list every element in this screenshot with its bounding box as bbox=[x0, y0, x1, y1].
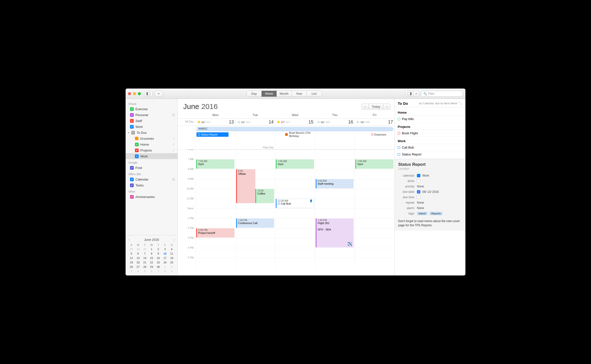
mini-day[interactable]: 9 bbox=[168, 269, 175, 273]
mini-day[interactable]: 7 bbox=[155, 269, 162, 273]
view-year[interactable]: Year bbox=[292, 91, 307, 97]
detail-due-date[interactable]: 06/ 13/ 2016 bbox=[422, 190, 439, 194]
event-expenses[interactable]: Expenses bbox=[370, 132, 394, 137]
minimize-icon[interactable] bbox=[133, 92, 136, 95]
event-status-report[interactable]: Status Report bbox=[197, 132, 229, 137]
due-time-checkbox[interactable] bbox=[417, 196, 420, 199]
hour-grid[interactable]: 6 AM7 AM8 AM9 AM10 AM11 AMNoon1 PM2 PM3 … bbox=[178, 150, 394, 275]
event-callbob[interactable]: 11:00 AM👤Call Bob bbox=[276, 199, 314, 208]
mini-day[interactable]: 14 bbox=[142, 256, 148, 260]
todo-list-home[interactable]: Home✓ bbox=[126, 141, 178, 147]
day-number[interactable]: 15 bbox=[309, 120, 313, 125]
detail-repeat[interactable]: None bbox=[417, 201, 424, 204]
view-week[interactable]: Week bbox=[262, 91, 277, 97]
mini-day[interactable]: 8 bbox=[162, 269, 168, 273]
mini-day[interactable]: 30 bbox=[135, 247, 141, 251]
event-conf[interactable]: 1:00 PMConference Call bbox=[236, 218, 274, 228]
calendar-anniversaries[interactable]: Anniversaries bbox=[126, 194, 178, 200]
event-gym[interactable]: 7:00 AMGym bbox=[196, 159, 234, 169]
toggle-todo-panel-button[interactable] bbox=[405, 91, 414, 97]
todo-item[interactable]: Call Bob bbox=[395, 144, 465, 151]
calendar-personal[interactable]: Personal⦿ bbox=[126, 112, 178, 118]
detail-priority[interactable]: None bbox=[417, 185, 424, 188]
mini-day[interactable]: 4 bbox=[168, 247, 175, 251]
mini-day[interactable]: 29 bbox=[148, 265, 155, 269]
mini-day[interactable]: 31 bbox=[142, 247, 148, 251]
checkbox-icon[interactable] bbox=[130, 195, 134, 199]
todo-sort-dropdown[interactable]: by Calendar, due by Next Week ⌃⌄ bbox=[419, 102, 462, 105]
day-number[interactable]: 13 bbox=[229, 120, 234, 125]
todo-item[interactable]: Pay bills bbox=[395, 116, 465, 122]
mini-day[interactable]: 6 bbox=[135, 251, 141, 256]
mini-day[interactable]: 13 bbox=[135, 256, 141, 260]
due-date-checkbox[interactable] bbox=[417, 190, 420, 194]
mini-day[interactable]: 2 bbox=[168, 265, 175, 269]
mini-calendar-grid[interactable]: SMTWTFS293031123456789101112131415161718… bbox=[128, 243, 175, 273]
calendar-work[interactable]: Work bbox=[126, 124, 178, 130]
calendar-o365-tasks[interactable]: Tasks bbox=[126, 182, 178, 188]
detail-location[interactable]: Location bbox=[398, 167, 462, 170]
detail-title[interactable]: Status Report bbox=[398, 162, 462, 167]
mini-day[interactable]: 17 bbox=[162, 256, 168, 260]
todo-list-work[interactable]: Work✓ bbox=[126, 153, 178, 159]
event-birthday[interactable]: 🎁Brad Wood's 27th Birthday bbox=[283, 132, 320, 137]
mini-day[interactable]: 12 bbox=[128, 256, 135, 260]
checkbox-icon[interactable] bbox=[135, 154, 139, 158]
close-icon[interactable] bbox=[128, 92, 131, 95]
event-gym[interactable]: 7:00 AMGym bbox=[355, 159, 394, 169]
mini-day[interactable]: 2 bbox=[155, 247, 162, 251]
new-event-button[interactable]: ＋ bbox=[155, 91, 163, 97]
mini-day[interactable]: 25 bbox=[168, 260, 175, 265]
mini-day[interactable]: 21 bbox=[142, 260, 148, 265]
checkbox-icon[interactable] bbox=[135, 143, 139, 146]
mini-day[interactable]: 1 bbox=[162, 265, 168, 269]
mini-day[interactable]: 7 bbox=[142, 251, 148, 256]
mini-day[interactable]: 18 bbox=[168, 256, 175, 260]
tag[interactable]: Reports bbox=[429, 212, 443, 215]
day-number[interactable]: 17 bbox=[388, 120, 393, 125]
mini-day[interactable]: 16 bbox=[155, 256, 162, 260]
disclosure-icon[interactable]: ▾ bbox=[127, 131, 130, 134]
mini-day[interactable]: 30 bbox=[155, 265, 162, 269]
view-month[interactable]: Month bbox=[277, 91, 292, 97]
checkbox-icon[interactable] bbox=[130, 119, 134, 123]
event-wwdc[interactable]: WWDC bbox=[197, 127, 394, 131]
mini-day[interactable]: 10 bbox=[162, 251, 168, 256]
tag[interactable]: intech bbox=[417, 212, 427, 215]
today-button[interactable]: Today bbox=[369, 104, 383, 109]
event-offsite[interactable]: 8:00Offsite bbox=[236, 169, 255, 203]
detail-note[interactable]: Don't forget to read memo about the new … bbox=[398, 219, 462, 228]
checkbox-mixed-icon[interactable] bbox=[131, 131, 135, 135]
panel-dropdown-button[interactable]: ▾ bbox=[413, 91, 419, 97]
mini-day[interactable]: 22 bbox=[148, 260, 155, 265]
calendar-o365-calendar[interactable]: Calendar⦿ bbox=[126, 176, 178, 182]
view-day[interactable]: Day bbox=[246, 91, 262, 97]
mini-day[interactable]: 3 bbox=[128, 269, 135, 273]
mini-day[interactable]: 28 bbox=[142, 265, 148, 269]
todos-folder[interactable]: ▾To Dos bbox=[126, 130, 178, 136]
checkbox-icon[interactable] bbox=[398, 146, 400, 149]
day-number[interactable]: 16 bbox=[348, 120, 353, 125]
allday-area[interactable]: Flag Day WWDC Status Report 🎁Brad Wood's… bbox=[178, 126, 394, 150]
mini-next-month[interactable]: › bbox=[174, 238, 175, 242]
mini-day[interactable]: 20 bbox=[135, 260, 141, 265]
done-checkbox[interactable] bbox=[417, 179, 420, 183]
next-week-button[interactable]: › bbox=[383, 104, 391, 109]
calendar-staff[interactable]: Staff bbox=[126, 118, 178, 124]
todo-item[interactable]: Status Report bbox=[395, 151, 465, 158]
calendar-exercise[interactable]: Exercise bbox=[126, 106, 178, 112]
zoom-icon[interactable] bbox=[138, 92, 141, 95]
day-number[interactable]: 14 bbox=[269, 120, 274, 125]
detail-calendar[interactable]: Work bbox=[422, 174, 429, 177]
mini-day[interactable]: 27 bbox=[135, 265, 141, 269]
mini-prev-month[interactable]: ‹ bbox=[129, 238, 130, 242]
checkbox-icon[interactable] bbox=[130, 183, 134, 187]
mini-day[interactable]: 24 bbox=[162, 260, 168, 265]
event-coffee[interactable]: 10:00Coffee bbox=[255, 189, 274, 203]
mini-day[interactable]: 5 bbox=[142, 269, 148, 273]
checkbox-icon[interactable] bbox=[130, 178, 134, 181]
toggle-sidebar-button[interactable] bbox=[144, 91, 153, 97]
mini-day[interactable]: 26 bbox=[128, 265, 135, 269]
mini-day[interactable]: 8 bbox=[148, 251, 155, 256]
checkbox-icon[interactable] bbox=[398, 118, 400, 120]
